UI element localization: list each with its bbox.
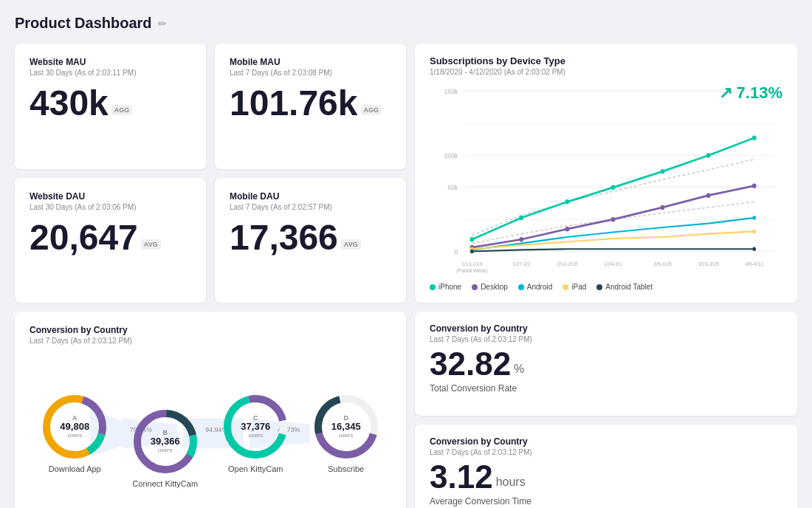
svg-text:0: 0	[454, 247, 458, 255]
chart-svg: 150k 100k 50k 0 1/13-1/19 (Partial Week)…	[430, 83, 782, 275]
legend-android-tablet: Android Tablet	[596, 283, 653, 291]
funnel-label-a: Download App	[49, 464, 101, 473]
total-conv-value: 32.82	[430, 348, 511, 380]
mobile-dau-value: 17,366	[230, 220, 338, 255]
total-conv-desc: Total Conversion Rate	[430, 383, 782, 394]
mobile-dau-value-row: 17,366 AVG	[230, 220, 391, 255]
donut-b-wrapper: B 39,366 users	[132, 408, 199, 475]
donut-c-center: C 37,376 users	[241, 414, 270, 439]
svg-text:1/27-2/2: 1/27-2/2	[512, 261, 531, 267]
funnel-label-d: Subscribe	[328, 464, 364, 473]
dashboard-grid: Website MAU Last 30 Days (As of 2:03:11 …	[15, 44, 797, 508]
svg-text:2/10-2/16: 2/10-2/16	[557, 261, 577, 267]
donut-a-wrapper: A 49,808 users	[41, 394, 108, 460]
website-dau-label: Website DAU	[30, 191, 191, 202]
svg-text:2/24-3/1: 2/24-3/1	[604, 261, 622, 267]
chart-subtitle: 1/18/2020 - 4/12/2020 (As of 2:03:02 PM)	[430, 68, 782, 76]
funnel-label-b: Connect KittyCam	[132, 479, 198, 488]
funnel-node-b: B 39,366 users Connect KittyCam	[132, 408, 199, 488]
mobile-dau-subtitle: Last 7 Days (As of 2:02:57 PM)	[230, 203, 391, 211]
total-conversion-card: Conversion by Country Last 7 Days (As of…	[415, 312, 797, 416]
website-mau-subtitle: Last 30 Days (As of 2:03:11 PM)	[30, 69, 191, 77]
legend-iphone: iPhone	[430, 283, 461, 291]
donut-d-wrapper: D 16,345 users	[313, 394, 379, 460]
svg-text:1/13-1/19: 1/13-1/19	[461, 261, 482, 267]
svg-point-33	[752, 216, 756, 219]
website-mau-label: Website MAU	[30, 57, 191, 67]
mobile-mau-card: Mobile MAU Last 7 Days (As of 2:03:08 PM…	[215, 44, 406, 169]
svg-point-35	[752, 230, 756, 233]
svg-point-36	[470, 250, 474, 253]
mobile-mau-value-row: 101.76k AGG	[230, 86, 391, 121]
mobile-dau-label: Mobile DAU	[230, 191, 391, 202]
page-title: Product Dashboard	[15, 15, 152, 32]
website-dau-badge: AVG	[141, 239, 161, 250]
website-dau-subtitle: Last 30 Days (As of 2:03:06 PM)	[30, 203, 191, 211]
subscriptions-chart-card: Subscriptions by Device Type 1/18/2020 -…	[415, 44, 797, 303]
donut-a-center: A 49,808 users	[60, 414, 89, 439]
donut-b-center: B 39,366 users	[151, 429, 180, 453]
avg-conv-label: Conversion by Country	[430, 436, 782, 447]
svg-text:3/23-3/29: 3/23-3/29	[698, 261, 718, 267]
website-dau-value-row: 20,647 AVG	[30, 220, 191, 255]
funnel-node-c: C 37,376 users Open KittyCam	[222, 394, 289, 473]
website-mau-badge: AGG	[111, 105, 133, 115]
svg-point-28	[611, 217, 616, 222]
svg-point-23	[706, 153, 711, 158]
mobile-mau-label: Mobile MAU	[230, 57, 391, 67]
svg-text:50k: 50k	[447, 184, 458, 192]
legend-desktop: Desktop	[472, 283, 508, 291]
svg-point-31	[752, 183, 757, 188]
avg-conv-value-row: 3.12 hours	[430, 461, 782, 493]
svg-point-26	[519, 237, 523, 242]
page-header: Product Dashboard ✏	[15, 15, 797, 32]
mobile-mau-value: 101.76k	[230, 86, 358, 121]
website-mau-card: Website MAU Last 30 Days (As of 2:03:11 …	[15, 44, 206, 169]
funnel-node-a: A 49,808 users Download App	[41, 394, 108, 473]
svg-point-19	[519, 216, 523, 221]
mobile-mau-badge: AGG	[361, 105, 382, 115]
website-mau-value: 430k	[30, 86, 109, 121]
total-conv-label: Conversion by Country	[430, 323, 782, 334]
svg-text:150k: 150k	[444, 88, 458, 96]
funnel-label-c: Open KittyCam	[228, 464, 283, 473]
avg-conv-unit: hours	[496, 476, 526, 489]
funnel-card: Conversion by Country Last 7 Days (As of…	[15, 312, 406, 508]
chart-area: ↗ 7.13% 150k 100k 50k 0 1/13-1/19 (Parti…	[430, 83, 782, 275]
avg-conversion-card: Conversion by Country Last 7 Days (As of…	[415, 425, 797, 509]
svg-point-27	[565, 227, 570, 232]
website-dau-value: 20,647	[30, 220, 138, 255]
svg-point-29	[661, 205, 665, 210]
chart-title: Subscriptions by Device Type	[430, 55, 782, 66]
donut-d-center: D 16,345 users	[331, 414, 361, 439]
svg-point-22	[661, 169, 665, 174]
donut-c-wrapper: C 37,376 users	[222, 394, 289, 460]
growth-badge: ↗ 7.13%	[719, 83, 783, 103]
legend-android: Android	[518, 283, 552, 291]
svg-point-21	[611, 185, 616, 190]
svg-point-24	[752, 135, 757, 140]
edit-icon[interactable]: ✏	[158, 18, 167, 30]
mobile-dau-card: Mobile DAU Last 7 Days (As of 2:02:57 PM…	[215, 178, 406, 303]
funnel-area: 79.04% 94.94% 43.73% A 49,808 us	[30, 352, 391, 508]
svg-point-37	[752, 247, 756, 251]
website-dau-card: Website DAU Last 30 Days (As of 2:03:06 …	[15, 178, 206, 303]
funnel-label: Conversion by Country	[30, 325, 391, 335]
svg-text:4/6-4/12: 4/6-4/12	[746, 261, 764, 267]
svg-text:(Partial Week): (Partial Week)	[456, 267, 487, 273]
conversion-cards: Conversion by Country Last 7 Days (As of…	[415, 312, 797, 508]
website-mau-value-row: 430k AGG	[30, 86, 191, 121]
chart-legend: iPhone Desktop Android iPad Android Tabl…	[430, 283, 782, 291]
svg-point-30	[706, 193, 711, 198]
svg-text:100k: 100k	[444, 151, 458, 159]
svg-point-18	[469, 237, 474, 242]
mobile-mau-subtitle: Last 7 Days (As of 2:03:08 PM)	[230, 69, 391, 77]
avg-conv-subtitle: Last 7 Days (As of 2:03:12 PM)	[430, 448, 782, 456]
svg-text:3/9-3/15: 3/9-3/15	[653, 261, 672, 267]
funnel-subtitle: Last 7 Days (As of 2:03:12 PM)	[30, 337, 391, 345]
svg-point-20	[565, 199, 570, 205]
funnel-node-d: D 16,345 users Subscribe	[313, 394, 379, 473]
total-conv-value-row: 32.82 %	[430, 348, 782, 380]
mobile-dau-badge: AVG	[341, 239, 361, 250]
total-conv-subtitle: Last 7 Days (As of 2:03:12 PM)	[430, 335, 782, 343]
